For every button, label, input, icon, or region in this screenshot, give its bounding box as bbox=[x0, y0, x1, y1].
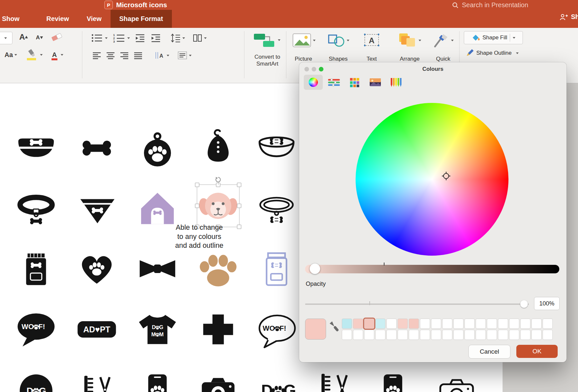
search-field[interactable]: Search in Presentation bbox=[452, 1, 528, 9]
swatch[interactable] bbox=[509, 319, 519, 329]
change-case-button[interactable]: Aa bbox=[1, 48, 20, 61]
text-direction-button[interactable]: A bbox=[152, 49, 171, 62]
swatch[interactable] bbox=[398, 330, 408, 340]
increase-indent-button[interactable] bbox=[149, 32, 163, 44]
icon-bow-tie[interactable] bbox=[136, 247, 179, 290]
decrease-font-size-button[interactable]: A bbox=[33, 32, 46, 44]
swatch[interactable] bbox=[342, 330, 352, 340]
swatch[interactable] bbox=[464, 319, 475, 329]
share-button[interactable]: Sh bbox=[560, 13, 578, 21]
picker-sliders-tab[interactable] bbox=[324, 75, 343, 90]
align-left-button[interactable] bbox=[91, 49, 103, 62]
columns-button[interactable] bbox=[190, 31, 209, 45]
caption-text-box[interactable]: Able to change to any colours and add ou… bbox=[164, 223, 235, 250]
swatch[interactable] bbox=[386, 319, 397, 329]
icon-adopt[interactable]: AD♥PT bbox=[75, 308, 118, 351]
tab-shape-format[interactable]: Shape Format bbox=[111, 10, 172, 28]
icon-heart-paw[interactable] bbox=[75, 247, 118, 290]
arrange-button[interactable] bbox=[395, 30, 423, 50]
swatch[interactable] bbox=[375, 330, 385, 340]
current-color-well[interactable] bbox=[305, 319, 326, 340]
swatch[interactable] bbox=[498, 330, 508, 340]
selection-handle[interactable] bbox=[237, 225, 241, 229]
swatch[interactable] bbox=[420, 330, 430, 340]
tab-review[interactable]: Review bbox=[37, 10, 78, 28]
icon-tag[interactable] bbox=[136, 129, 179, 171]
quick-styles-button[interactable] bbox=[430, 30, 455, 50]
swatch[interactable] bbox=[531, 319, 542, 329]
justify-button[interactable] bbox=[132, 49, 144, 62]
swatch[interactable] bbox=[442, 330, 452, 340]
numbering-button[interactable]: 123 bbox=[111, 31, 131, 45]
color-wheel[interactable] bbox=[356, 103, 508, 256]
swatch[interactable] bbox=[453, 330, 464, 340]
selection-handle[interactable] bbox=[195, 183, 199, 187]
icon-camera[interactable] bbox=[197, 368, 239, 392]
convert-to-smartart-button[interactable] bbox=[249, 30, 284, 50]
swatch[interactable] bbox=[464, 330, 475, 340]
icon-phone-paw[interactable] bbox=[136, 369, 179, 392]
align-text-button[interactable] bbox=[175, 49, 194, 62]
swatch[interactable] bbox=[375, 319, 385, 329]
swatch[interactable] bbox=[520, 319, 530, 329]
icon-bandana[interactable] bbox=[76, 188, 119, 231]
swatch[interactable] bbox=[453, 319, 464, 329]
swatch[interactable] bbox=[520, 330, 530, 340]
icon-dog-face[interactable] bbox=[197, 185, 239, 227]
font-size-dropdown[interactable] bbox=[0, 32, 12, 44]
font-color-button[interactable]: A bbox=[47, 48, 68, 61]
icon-food-bag[interactable] bbox=[15, 247, 57, 290]
icon-dog-text[interactable]: DG bbox=[257, 369, 299, 392]
icon-cross[interactable] bbox=[197, 308, 239, 351]
picker-pencils-tab[interactable] bbox=[386, 75, 405, 90]
swatch[interactable] bbox=[509, 330, 519, 340]
picker-wheel-tab[interactable] bbox=[304, 75, 323, 90]
swatch[interactable] bbox=[476, 330, 486, 340]
icon-paw[interactable] bbox=[197, 247, 239, 290]
tab-show[interactable]: Show bbox=[0, 10, 28, 28]
clear-formatting-button[interactable] bbox=[49, 30, 66, 44]
picture-button[interactable] bbox=[291, 30, 316, 50]
icon-dog-circle[interactable]: DG bbox=[15, 369, 57, 392]
swatch[interactable] bbox=[543, 319, 553, 329]
icon-collar[interactable] bbox=[15, 188, 57, 231]
swatch[interactable] bbox=[386, 330, 397, 340]
tab-view[interactable]: View bbox=[78, 10, 110, 28]
icon-bowl[interactable] bbox=[15, 128, 57, 170]
swatch[interactable] bbox=[442, 319, 452, 329]
decrease-indent-button[interactable] bbox=[133, 32, 147, 44]
selection-handle[interactable] bbox=[237, 204, 241, 208]
swatch[interactable] bbox=[420, 319, 430, 329]
swatch[interactable] bbox=[431, 319, 441, 329]
opacity-knob[interactable] bbox=[520, 300, 528, 308]
cancel-button[interactable]: Cancel bbox=[468, 345, 510, 359]
text-box-button[interactable]: A bbox=[360, 30, 383, 50]
icon-collar-outline[interactable] bbox=[255, 188, 298, 231]
opacity-slider[interactable] bbox=[305, 304, 529, 305]
icon-food-bag-outline[interactable] bbox=[255, 247, 298, 290]
rotate-handle[interactable] bbox=[215, 176, 221, 184]
shape-outline-button[interactable]: Shape Outline bbox=[464, 47, 534, 59]
icon-comb-scissors[interactable] bbox=[313, 367, 355, 392]
eyedropper-button[interactable] bbox=[329, 321, 339, 335]
shapes-button[interactable] bbox=[325, 30, 350, 50]
swatch[interactable] bbox=[487, 319, 497, 329]
icon-comb-scissors[interactable] bbox=[75, 369, 118, 392]
color-wheel-crosshair[interactable] bbox=[442, 172, 450, 180]
selection-handle[interactable] bbox=[195, 204, 199, 208]
shape-fill-button[interactable]: Shape Fill bbox=[464, 31, 523, 44]
selection-handle[interactable] bbox=[237, 183, 241, 187]
bullets-button[interactable] bbox=[89, 31, 108, 45]
line-spacing-button[interactable] bbox=[167, 31, 187, 45]
icon-bowl-outline[interactable] bbox=[255, 128, 298, 170]
swatch[interactable] bbox=[476, 319, 486, 329]
ok-button[interactable]: OK bbox=[516, 345, 558, 358]
swatch[interactable] bbox=[342, 319, 352, 329]
swatch[interactable] bbox=[431, 330, 441, 340]
icon-speech-woof-outline[interactable]: WOF! bbox=[256, 310, 299, 352]
align-right-button[interactable] bbox=[118, 49, 131, 62]
brightness-knob[interactable] bbox=[310, 264, 320, 274]
swatch[interactable] bbox=[487, 330, 497, 340]
align-center-button[interactable] bbox=[104, 49, 117, 62]
swatch[interactable] bbox=[398, 319, 408, 329]
